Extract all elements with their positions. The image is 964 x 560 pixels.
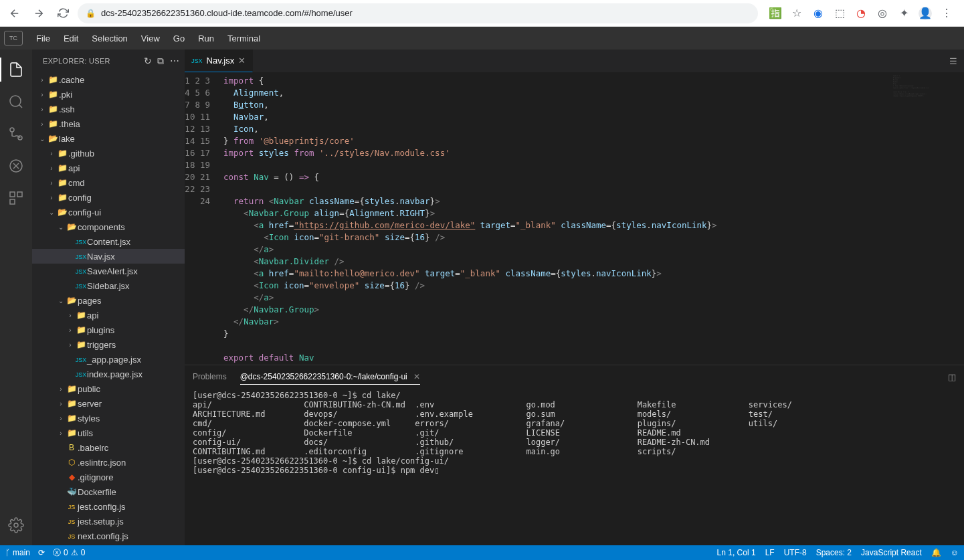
tree-label: .gitignore [78,472,113,482]
browser-toolbar: 🔒 dcs-254023526622351360.cloud-ide.teamc… [0,0,964,27]
ext-icon-1[interactable]: ◉ [811,7,825,20]
debug-activity[interactable] [0,151,32,181]
file-item[interactable]: JSXindex.page.jsx [32,367,185,381]
terminal-tab[interactable]: @dcs-254023526622351360-0:~/lake/config-… [240,369,420,385]
folder-item[interactable]: ›📁plugins [32,322,185,337]
file-tree[interactable]: ›📁.cache›📁.pki›📁.ssh›📁.theia⌄📂lake›📁.git… [32,72,185,545]
tree-label: .ssh [59,104,75,114]
collapse-icon[interactable]: ⧉ [157,56,164,67]
menu-view[interactable]: View [134,31,167,46]
tree-label: .theia [59,119,80,129]
extensions-activity[interactable] [0,183,32,213]
sync-icon[interactable]: ⟳ [38,548,45,557]
menu-go[interactable]: Go [167,31,191,46]
ext-icon-3[interactable]: ◔ [854,7,868,20]
terminal-output[interactable]: [user@dcs-254023526622351360-0 ~]$ cd la… [185,388,964,545]
jsx-icon: JSX [191,58,203,64]
folder-item[interactable]: ›📁config [32,190,185,205]
url-text: dcs-254023526622351360.cloud-ide.teamcod… [101,8,353,18]
folder-item[interactable]: ›📁.pki [32,87,185,102]
list-icon[interactable]: ☰ [949,56,957,66]
indent-indicator[interactable]: Spaces: 2 [816,548,852,557]
menu-selection[interactable]: Selection [85,31,134,46]
menu-run[interactable]: Run [191,31,221,46]
folder-item[interactable]: ›📁styles [32,411,185,426]
folder-item[interactable]: ›📁utils [32,426,185,440]
close-icon[interactable]: ✕ [413,372,420,381]
file-item[interactable]: JSjest.setup.js [32,514,185,529]
folder-item[interactable]: ›📁cmd [32,175,185,190]
folder-item[interactable]: ›📁triggers [32,337,185,352]
tree-label: _app.page.jsx [87,355,141,365]
star-icon[interactable]: ☆ [790,7,803,20]
encoding-indicator[interactable]: UTF-8 [784,548,807,557]
folder-item[interactable]: ›📁.theia [32,116,185,131]
file-item[interactable]: 🐳Dockerfile [32,484,185,499]
explorer-activity[interactable] [0,55,32,84]
file-item[interactable]: JSjest.config.js [32,499,185,514]
code-editor[interactable]: 1 2 3 4 5 6 7 8 9 10 11 12 13 14 15 16 1… [185,72,964,365]
menu-icon[interactable]: ⋮ [940,7,953,20]
extensions-icon[interactable]: ✦ [897,7,910,20]
translate-icon[interactable]: 🈯 [769,7,782,20]
menubar: TC FileEditSelectionViewGoRunTerminal [0,27,964,50]
menu-file[interactable]: File [29,31,57,46]
file-item[interactable]: JSXSaveAlert.jsx [32,264,185,278]
url-bar[interactable]: 🔒 dcs-254023526622351360.cloud-ide.teamc… [78,3,758,23]
cursor-position[interactable]: Ln 1, Col 1 [717,548,756,557]
editor-tab[interactable]: JSX Nav.jsx ✕ [185,50,253,72]
tab-bar: JSX Nav.jsx ✕ ☰ [185,50,964,72]
file-item[interactable]: B.babelrc [32,440,185,455]
menu-edit[interactable]: Edit [57,31,85,46]
minimap[interactable]: import {Alignment,Button,Navbar,Icon,} f… [890,72,964,365]
refresh-icon[interactable]: ↻ [144,56,152,67]
folder-item[interactable]: ›📁server [32,396,185,411]
settings-activity[interactable] [0,510,32,540]
more-icon[interactable]: ⋯ [170,56,179,67]
file-item[interactable]: JSXContent.jsx [32,234,185,249]
editor-area: JSX Nav.jsx ✕ ☰ 1 2 3 4 5 6 7 8 9 10 11 … [185,50,964,545]
forward-button[interactable] [29,4,48,23]
file-item[interactable]: JSnext.config.js [32,529,185,543]
lock-icon: 🔒 [86,9,96,18]
ext-icon-4[interactable]: ◎ [876,7,889,20]
eol-indicator[interactable]: LF [765,548,775,557]
profile-icon[interactable]: 👤 [919,7,932,20]
reload-button[interactable] [54,4,72,23]
file-item[interactable]: ◆.gitignore [32,470,185,484]
tree-label: public [78,384,100,394]
folder-item[interactable]: ⌄📂components [32,219,185,234]
menu-terminal[interactable]: Terminal [221,31,267,46]
search-activity[interactable] [0,87,32,116]
folder-item[interactable]: ›📁.ssh [32,102,185,116]
branch-indicator[interactable]: ᚴ main [5,548,30,557]
back-button[interactable] [5,4,24,23]
problems-tab[interactable]: Problems [193,369,227,384]
tree-label: index.page.jsx [87,369,142,379]
ext-icon-2[interactable]: ⬚ [833,7,846,20]
folder-item[interactable]: ›📁api [32,308,185,322]
tree-label: .babelrc [78,443,108,453]
tree-label: utils [78,428,93,438]
code-content[interactable]: import { Alignment, Button, Navbar, Icon… [218,72,964,365]
scm-activity[interactable] [0,119,32,149]
errors-indicator[interactable]: ⓧ 0 ⚠ 0 [53,547,85,559]
file-item[interactable]: JSXNav.jsx [32,249,185,264]
folder-item[interactable]: ⌄📂pages [32,293,185,308]
tree-label: server [78,399,102,409]
file-item[interactable]: JSXSidebar.jsx [32,278,185,293]
bell-icon[interactable]: 🔔 [931,548,941,557]
split-panel-icon[interactable]: ◫ [948,372,956,382]
file-item[interactable]: ⬡.eslintrc.json [32,455,185,470]
feedback-icon[interactable]: ☺ [951,548,959,557]
close-icon[interactable]: ✕ [238,56,246,66]
folder-item[interactable]: ›📁.github [32,146,185,161]
file-item[interactable]: JSX_app.page.jsx [32,352,185,367]
folder-item[interactable]: ›📁.cache [32,72,185,87]
language-indicator[interactable]: JavaScript React [861,548,922,557]
folder-item[interactable]: ⌄📂lake [32,131,185,146]
folder-item[interactable]: ›📁public [32,381,185,396]
tree-label: .eslintrc.json [78,458,126,468]
folder-item[interactable]: ›📁api [32,161,185,175]
folder-item[interactable]: ⌄📂config-ui [32,205,185,219]
